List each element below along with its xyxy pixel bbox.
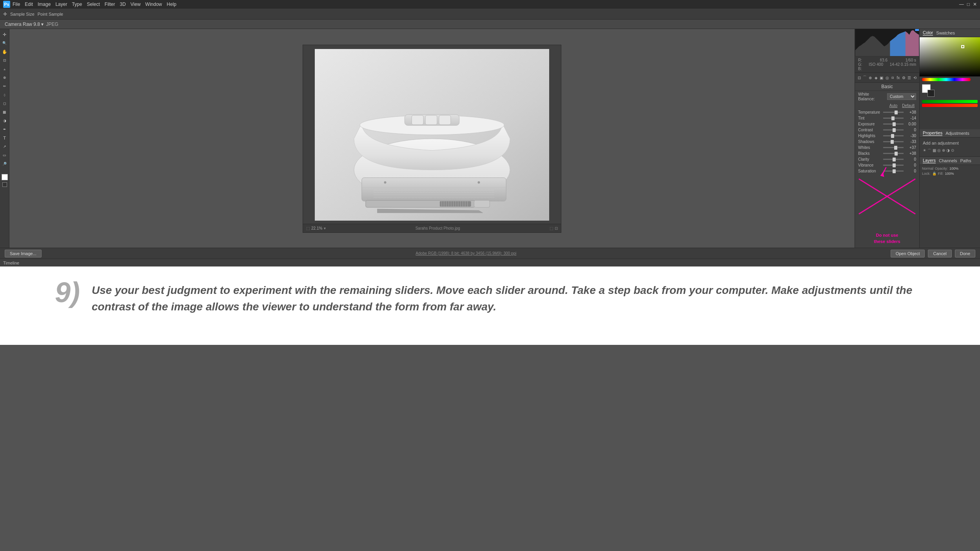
slider-thumb-5[interactable] [891,140,894,144]
calibration-icon[interactable]: ⚙ [902,74,906,81]
auto-button[interactable]: Auto [888,103,899,108]
default-button[interactable]: Default [900,103,916,108]
clone-tool[interactable]: ⎀ [1,91,9,99]
bg-color-swatch[interactable] [2,182,7,187]
save-image-button[interactable]: Save Image... [5,250,42,257]
tab-properties[interactable]: Properties [923,130,942,136]
right-panel: Color Swatches [919,29,980,248]
gradient-tool[interactable]: ▦ [1,108,9,116]
hand-tool[interactable]: ✋ [1,48,9,56]
slider-track-2[interactable] [883,123,904,125]
fx-icon[interactable]: fx [896,74,900,81]
wb-select[interactable]: Custom Auto Daylight Cloudy [887,93,916,100]
split-tone-icon[interactable]: ▣ [880,74,884,81]
slider-track-8[interactable] [883,159,904,160]
basic-icon[interactable]: ⊡ [857,74,861,81]
eraser-tool[interactable]: ◻ [1,100,9,107]
slider-track-3[interactable] [883,129,904,130]
tab-layers[interactable]: Layers [923,158,936,163]
slider-thumb-7[interactable] [895,152,898,156]
fg-bg-swatches-row [920,83,980,98]
green-bar[interactable] [922,100,978,103]
cancel-button[interactable]: Cancel [928,250,951,257]
tab-swatches[interactable]: Swatches [936,31,955,35]
slider-track-9[interactable] [883,165,904,166]
slider-thumb-0[interactable] [895,111,898,114]
slider-row-shadows: Shadows-33 [855,139,919,145]
tone-curve-icon[interactable]: ⌒ [863,74,867,81]
shape-tool[interactable]: ▭ [1,151,9,159]
done-button[interactable]: Done [955,250,975,257]
menu-3d[interactable]: 3D [120,2,125,7]
hue-slider[interactable] [922,78,971,81]
brightness-adj-icon[interactable]: ☀ [923,148,926,154]
menu-help[interactable]: Help [167,2,176,7]
dodge-tool[interactable]: ◑ [1,117,9,125]
menu-file[interactable]: File [13,2,20,7]
background-swatch[interactable] [927,90,935,97]
maximize-button[interactable]: □ [967,2,970,7]
type-tool[interactable]: T [1,134,9,142]
zoom-tool[interactable]: 🔍 [1,39,9,47]
hue-adj-icon[interactable]: ◎ [937,148,941,154]
menu-select[interactable]: Select [87,2,100,7]
curves-adj-icon[interactable]: ⌒ [927,148,931,154]
adjustment-icons: ☀ ⌒ ▦ ◎ ⊕ ◑ ⊙ [923,147,977,155]
slider-thumb-2[interactable] [893,122,896,126]
slider-track-10[interactable] [883,170,904,172]
slider-track-0[interactable] [883,112,904,113]
menu-image[interactable]: Image [38,2,51,7]
menu-view[interactable]: View [131,2,141,7]
open-object-button[interactable]: Open Object [891,250,925,257]
menu-edit[interactable]: Edit [25,2,33,7]
slider-thumb-3[interactable] [893,128,896,132]
focal-value: 14-42 0.15 mm [890,62,916,67]
crop-tool[interactable]: ⊡ [1,56,9,64]
tab-paths[interactable]: Paths [960,158,971,163]
slider-label-0: Temperature [858,110,882,114]
detail-icon[interactable]: ⊕ [868,74,872,81]
tab-channels[interactable]: Channels [939,158,957,163]
move-tool[interactable]: ✛ [1,31,9,38]
slider-thumb-8[interactable] [893,158,896,161]
slider-thumb-6[interactable] [894,146,897,150]
brush-tool[interactable]: ✏ [1,82,9,90]
levels-adj-icon[interactable]: ▦ [933,148,936,154]
color-gradient-box[interactable] [920,37,980,76]
minimize-button[interactable]: — [959,2,964,7]
menu-window[interactable]: Window [145,2,162,7]
tab-adjustments[interactable]: Adjustments [946,131,969,136]
slider-track-5[interactable] [883,141,904,142]
red-bar[interactable] [922,104,978,107]
menu-layer[interactable]: Layer [55,2,67,7]
black-white-icon[interactable]: ◑ [946,148,950,154]
zoom-in-tool[interactable]: 🔎 [1,160,9,168]
canvas-info-icon[interactable]: ⬚ [550,226,553,230]
slider-thumb-9[interactable] [893,163,896,167]
slider-track-6[interactable] [883,147,904,148]
slider-track-4[interactable] [883,135,904,136]
zoom-dropdown-icon[interactable]: ▾ [324,226,326,230]
slider-track-1[interactable] [883,118,904,119]
path-select[interactable]: ↗ [1,143,9,150]
hsl-icon[interactable]: ◈ [874,74,878,81]
heal-tool[interactable]: ⊕ [1,74,9,82]
lens-icon[interactable]: ◎ [885,74,889,81]
tab-color[interactable]: Color [923,30,933,36]
slider-track-7[interactable] [883,153,904,154]
slider-thumb-1[interactable] [891,116,895,120]
eyedropper-tool[interactable]: ⟁ [1,65,9,73]
canvas-full-icon[interactable]: ⊡ [555,226,558,230]
fg-color-swatch[interactable] [2,174,8,180]
menu-filter[interactable]: Filter [105,2,115,7]
slider-thumb-4[interactable] [891,134,894,138]
menu-type[interactable]: Type [72,2,82,7]
pen-tool[interactable]: ✒ [1,125,9,133]
slider-thumb-10[interactable] [893,169,896,173]
presets-icon[interactable]: ☰ [907,74,911,81]
photo-filter-icon[interactable]: ⊙ [951,148,954,154]
color-balance-icon[interactable]: ⊕ [942,148,945,154]
close-button[interactable]: ✕ [973,2,977,7]
transform-icon[interactable]: ⧈ [891,74,895,81]
snapshots-icon[interactable]: ⟲ [913,74,917,81]
